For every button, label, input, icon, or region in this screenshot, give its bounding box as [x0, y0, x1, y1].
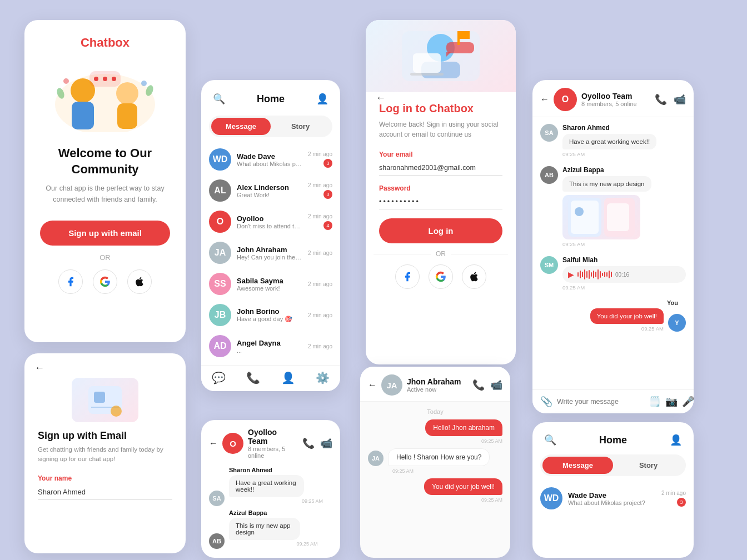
thread-avatar-sharon: SA: [540, 124, 558, 142]
msg-content: Wade Dave What about Mikolas project?: [568, 491, 656, 506]
nav-chat-icon[interactable]: 💬: [212, 371, 226, 384]
list-item[interactable]: AD Angel Dayna ... 2 min ago: [201, 331, 340, 362]
msg-row-2: AB Azizul Bappa This is my new app desig…: [209, 509, 332, 549]
login-back-button[interactable]: ←: [376, 92, 386, 104]
nav-settings-icon[interactable]: ⚙️: [316, 371, 330, 384]
thread-video-icon[interactable]: 📹: [674, 93, 686, 106]
msg-preview: Don't miss to attend the meeting.: [237, 223, 302, 229]
search-button[interactable]: 🔍: [210, 90, 228, 108]
back-button[interactable]: ←: [34, 362, 44, 374]
login-title-accent: box: [454, 102, 474, 114]
message-input[interactable]: [557, 398, 644, 406]
msg-name: John Borino: [237, 307, 302, 316]
tab-story[interactable]: Story: [271, 118, 330, 135]
email-input[interactable]: [379, 161, 502, 176]
john-avatar: JA: [381, 374, 402, 396]
list-item[interactable]: WD Wade Dave What about Mikolas project?…: [532, 483, 694, 514]
nav-call-icon[interactable]: 📞: [246, 371, 260, 384]
email-label: Your email: [379, 151, 502, 158]
thread-back-button[interactable]: ←: [540, 94, 549, 104]
login-title-prefix: Log in to Chat: [379, 102, 454, 114]
list-item[interactable]: AL Alex Linderson Great Work! 2 min ago …: [201, 175, 340, 206]
john-bubble-2: Hello ! Sharon How are you?: [388, 448, 490, 466]
msg-preview: What about Mikolas project?: [237, 161, 302, 167]
tab-message[interactable]: Message: [211, 118, 271, 135]
google-icon[interactable]: [93, 269, 117, 294]
svg-rect-2: [72, 102, 94, 129]
msg-preview: Have a good day 🎯: [237, 316, 302, 323]
msg-avatar: AD: [209, 335, 231, 357]
home-small-tab-story[interactable]: Story: [613, 457, 684, 474]
msg-name: Alex Linderson: [237, 183, 302, 192]
john-call-icon[interactable]: 📞: [472, 379, 485, 391]
video-icon[interactable]: 📹: [320, 437, 332, 449]
password-input[interactable]: [379, 194, 502, 209]
svg-point-6: [94, 77, 98, 81]
thread-msg-azizul: AB Azizul Bappa This is my new app desig…: [540, 166, 686, 247]
list-item[interactable]: O Oyolloo Don't miss to attend the meeti…: [201, 206, 340, 237]
play-icon[interactable]: ▶: [568, 270, 574, 279]
login-button[interactable]: Log in: [379, 218, 502, 243]
sticker-icon[interactable]: 🗒️: [649, 396, 661, 408]
audio-message[interactable]: ▶: [562, 266, 686, 283]
my-message-wrap: You did your job well! 09:25 AM: [590, 308, 664, 332]
list-item[interactable]: WD Wade Dave What about Mikolas project?…: [201, 144, 340, 175]
call-icon[interactable]: 📞: [302, 437, 315, 449]
login-facebook-icon[interactable]: [395, 264, 420, 289]
msg-avatar: AL: [209, 179, 231, 202]
home-small-header: 🔍 Home 👤: [532, 422, 694, 454]
msg-content: John Ahraham Hey! Can you join the meeti…: [237, 246, 302, 261]
msg-name: Wade Dave: [237, 152, 302, 161]
or-divider: OR: [24, 253, 186, 262]
signup-email-button[interactable]: Sign up with email: [40, 221, 170, 246]
msg-meta: 2 min ago: [308, 250, 332, 256]
john-date: Today: [360, 408, 510, 415]
home-small-search[interactable]: 🔍: [541, 431, 559, 449]
svg-rect-22: [446, 42, 474, 53]
apple-icon[interactable]: [127, 269, 152, 294]
welcome-illustration: [49, 60, 161, 132]
attachment-icon[interactable]: 📎: [540, 396, 552, 408]
msg-sender-2: Azizul Bappa: [229, 509, 318, 516]
list-item[interactable]: JA John Ahraham Hey! Can you join the me…: [201, 237, 340, 268]
nav-profile-icon[interactable]: 👤: [281, 371, 295, 384]
thread-sender-sharon: Sharon Ahmed: [562, 124, 686, 132]
list-item[interactable]: SS Sabila Sayma Awesome work! 2 min ago: [201, 268, 340, 299]
msg-bubble-1: Have a great working week!!: [229, 475, 304, 497]
msg-content-2: Azizul Bappa This is my new app design 0…: [229, 509, 318, 549]
thread-call-icon[interactable]: 📞: [655, 93, 667, 106]
msg-content: Angel Dayna ...: [237, 339, 302, 354]
tab-bar-small: Message Story: [540, 454, 686, 476]
msg-content: Oyolloo Don't miss to attend the meeting…: [237, 214, 302, 229]
chat-back-button[interactable]: ←: [209, 438, 218, 448]
group-actions: 📞 📹: [302, 437, 332, 449]
thread-content-azizul: Azizul Bappa This is my new app design 0…: [562, 166, 686, 247]
home-small-tab-message[interactable]: Message: [542, 457, 613, 474]
svg-rect-21: [410, 73, 444, 76]
msg-content: John Borino Have a good day 🎯: [237, 307, 302, 323]
login-google-icon[interactable]: [429, 264, 453, 289]
thread-messages: SA Sharon Ahmed Have a great working wee…: [532, 117, 694, 351]
camera-icon[interactable]: 📷: [665, 396, 678, 408]
welcome-title: Welcome to Our Community: [38, 146, 172, 177]
add-user-button[interactable]: 👤: [313, 90, 331, 108]
logo-text: Chat: [81, 36, 108, 49]
msg-time: 2 min ago: [308, 182, 332, 188]
list-item[interactable]: JB John Borino Have a good day 🎯 2 min a…: [201, 299, 340, 331]
john-bubble-3: You did your job well!: [424, 478, 502, 495]
john-header: ← JA Jhon Abraham Active now 📞 📹: [360, 367, 510, 402]
thread-time-saiful: 09:25 AM: [562, 284, 686, 291]
john-back-button[interactable]: ←: [368, 380, 377, 390]
mic-icon[interactable]: 🎤: [682, 396, 694, 408]
msg-time-1: 09:25 AM: [229, 498, 323, 504]
msg-time: 2 min ago: [308, 213, 332, 219]
home-small-add-user[interactable]: 👤: [667, 431, 685, 449]
login-apple-icon[interactable]: [462, 264, 486, 289]
svg-rect-28: [571, 201, 599, 234]
facebook-icon[interactable]: [58, 269, 83, 294]
thread-msg-sharon: SA Sharon Ahmed Have a great working wee…: [540, 124, 686, 157]
thread-bubble-sharon: Have a great working week!!: [562, 134, 656, 149]
john-video-icon[interactable]: 📹: [490, 379, 502, 391]
msg-meta: 2 min ago 4: [308, 213, 332, 230]
name-input[interactable]: [38, 484, 172, 500]
